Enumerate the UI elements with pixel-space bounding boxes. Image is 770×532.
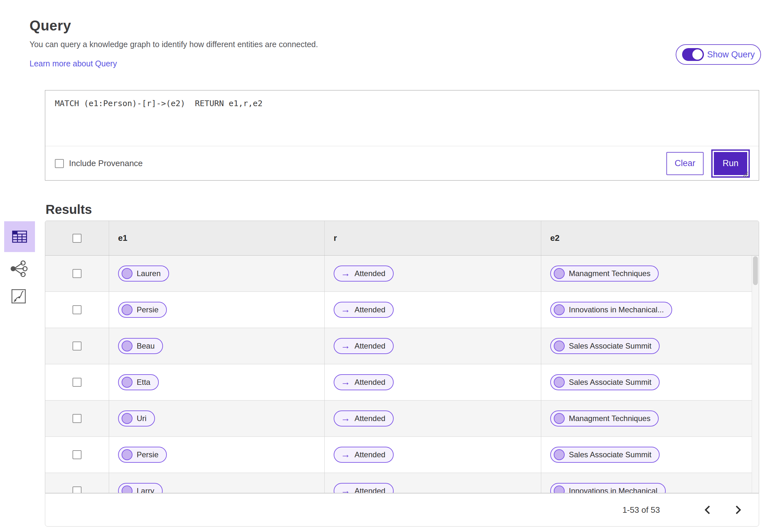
query-editor-panel: MATCH (e1:Person)-[r]->(e2) RETURN e1,r,… xyxy=(45,90,759,181)
table-row: Lauren → Attended Managment Techniques xyxy=(45,256,759,292)
entity-label: Lauren xyxy=(137,269,161,278)
entity-label: Etta xyxy=(137,378,150,387)
entity-pill-e1[interactable]: Lauren xyxy=(118,266,169,282)
entity-circle-icon xyxy=(122,341,132,351)
arrow-right-icon: → xyxy=(341,486,350,493)
row-checkbox[interactable] xyxy=(72,305,81,314)
row-checkbox[interactable] xyxy=(72,378,81,387)
relation-pill[interactable]: → Attended xyxy=(334,374,394,390)
curve-chart-icon xyxy=(11,288,27,304)
relation-label: Attended xyxy=(354,305,385,314)
results-rows: Lauren → Attended Managment Techniques P… xyxy=(45,256,759,493)
entity-pill-e1[interactable]: Larry xyxy=(118,483,163,493)
relation-pill[interactable]: → Attended xyxy=(334,302,394,318)
query-input[interactable]: MATCH (e1:Person)-[r]->(e2) RETURN e1,r,… xyxy=(45,90,759,146)
entity-pill-e2[interactable]: Innovations in Mechanical... xyxy=(550,302,672,318)
entity-pill-e2[interactable]: Sales Associate Summit xyxy=(550,374,660,390)
row-checkbox[interactable] xyxy=(72,450,81,459)
relation-pill[interactable]: → Attended xyxy=(334,410,394,426)
entity-circle-icon xyxy=(122,449,132,460)
row-checkbox[interactable] xyxy=(72,486,81,493)
entity-circle-icon xyxy=(554,304,565,315)
entity-circle-icon xyxy=(554,268,565,279)
query-footer: Include Provenance Clear Run xyxy=(45,146,759,181)
relation-pill[interactable]: → Attended xyxy=(334,483,394,493)
row-checkbox[interactable] xyxy=(72,269,81,278)
arrow-right-icon: → xyxy=(341,413,350,423)
page-description: You can query a knowledge graph to ident… xyxy=(30,40,318,49)
relation-label: Attended xyxy=(354,414,385,423)
table-row: Uri → Attended Managment Techniques xyxy=(45,401,759,437)
arrow-right-icon: → xyxy=(341,341,350,350)
results-title: Results xyxy=(46,202,92,217)
relation-label: Attended xyxy=(354,342,385,350)
entity-label: Innovations in Mechanical xyxy=(569,486,657,493)
entity-label: Managment Techniques xyxy=(569,414,650,423)
clear-button[interactable]: Clear xyxy=(666,152,704,175)
entity-label: Innovations in Mechanical... xyxy=(569,305,664,314)
entity-pill-e1[interactable]: Beau xyxy=(118,338,163,354)
entity-circle-icon xyxy=(122,413,132,424)
show-query-toggle-label: Show Query xyxy=(707,50,755,60)
entity-label: Sales Associate Summit xyxy=(569,450,651,459)
entity-label: Uri xyxy=(137,414,147,423)
arrow-right-icon: → xyxy=(341,305,350,314)
table-row: Persie → Attended Sales Associate Summit xyxy=(45,437,759,473)
view-toolbar-chart-view[interactable] xyxy=(10,287,28,305)
show-query-toggle[interactable]: Show Query xyxy=(676,44,761,65)
entity-label: Sales Associate Summit xyxy=(569,342,651,350)
entity-pill-e2[interactable]: Sales Associate Summit xyxy=(550,447,660,463)
page-title: Query xyxy=(30,18,71,34)
column-header-e1: e1 xyxy=(109,221,324,255)
entity-pill-e2[interactable]: Managment Techniques xyxy=(550,266,659,282)
relation-label: Attended xyxy=(354,269,385,278)
entity-pill-e1[interactable]: Uri xyxy=(118,410,155,426)
resize-grip-icon[interactable] xyxy=(741,170,749,178)
entity-circle-icon xyxy=(554,449,565,460)
entity-pill-e1[interactable]: Persie xyxy=(118,447,167,463)
relation-pill[interactable]: → Attended xyxy=(334,266,394,282)
entity-label: Persie xyxy=(137,305,158,314)
entity-pill-e1[interactable]: Etta xyxy=(118,374,159,390)
table-row: Beau → Attended Sales Associate Summit xyxy=(45,328,759,364)
relation-label: Attended xyxy=(354,486,385,493)
entity-circle-icon xyxy=(554,341,565,351)
entity-label: Persie xyxy=(137,450,158,459)
relation-pill[interactable]: → Attended xyxy=(334,338,394,354)
chevron-left-icon xyxy=(704,505,712,515)
toggle-switch-icon xyxy=(682,48,704,61)
entity-circle-icon xyxy=(122,268,132,279)
entity-pill-e1[interactable]: Persie xyxy=(118,302,167,318)
row-checkbox[interactable] xyxy=(72,414,81,423)
select-all-checkbox[interactable] xyxy=(72,234,81,243)
relation-label: Attended xyxy=(354,450,385,459)
arrow-right-icon: → xyxy=(341,450,350,459)
learn-more-link[interactable]: Learn more about Query xyxy=(30,59,117,68)
entity-circle-icon xyxy=(554,413,565,424)
relation-pill[interactable]: → Attended xyxy=(334,447,394,463)
entity-label: Beau xyxy=(137,342,155,350)
entity-pill-e2[interactable]: Managment Techniques xyxy=(550,410,659,426)
toggle-knob xyxy=(692,49,703,60)
arrow-right-icon: → xyxy=(341,377,350,387)
next-page-button[interactable] xyxy=(731,502,745,517)
entity-circle-icon xyxy=(122,304,132,315)
table-row: Larry → Attended Innovations in Mechanic… xyxy=(45,473,759,493)
row-checkbox[interactable] xyxy=(72,342,81,350)
view-toolbar-table-view[interactable] xyxy=(4,221,35,252)
entity-circle-icon xyxy=(554,486,565,493)
column-header-r: r xyxy=(324,221,541,255)
previous-page-button[interactable] xyxy=(701,502,715,517)
pagination-bar: 1-53 of 53 xyxy=(45,493,759,527)
vertical-scrollbar[interactable] xyxy=(752,256,759,493)
chevron-right-icon xyxy=(734,505,742,515)
results-table: e1 r e2 Lauren → Attended Managment Tech… xyxy=(45,221,759,493)
view-toolbar-graph-view[interactable] xyxy=(8,259,31,278)
scrollbar-thumb[interactable] xyxy=(753,256,758,285)
network-icon xyxy=(9,260,29,278)
entity-pill-e2[interactable]: Innovations in Mechanical xyxy=(550,483,666,493)
include-provenance-checkbox[interactable] xyxy=(55,159,64,168)
entity-circle-icon xyxy=(122,486,132,493)
entity-pill-e2[interactable]: Sales Associate Summit xyxy=(550,338,660,354)
pagination-range: 1-53 of 53 xyxy=(622,505,660,515)
